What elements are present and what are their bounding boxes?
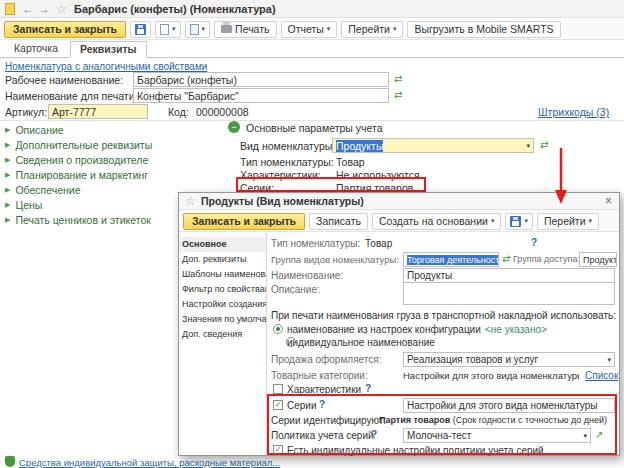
open-icon[interactable]: ↗ <box>595 430 603 440</box>
shield-icon <box>5 456 15 467</box>
similar-items-link[interactable]: Номенклатура с аналогичными свойствами <box>5 61 207 72</box>
dialog-save-close-button[interactable]: Записать и закрыть <box>183 213 305 230</box>
categories-label: Товарные категории: <box>271 370 368 381</box>
dialog-tab-additional-requisites[interactable]: Доп. реквизиты <box>179 252 266 267</box>
sale-combobox[interactable]: Реализация товаров и услуг ▾ <box>403 352 615 367</box>
chevron-right-icon: ▶ <box>5 216 10 224</box>
tab-card[interactable]: Карточка <box>4 40 68 57</box>
chevron-down-icon: ▾ <box>523 142 530 150</box>
kind-label: Вид номенклатуры: <box>240 140 335 152</box>
individual-policy-label: Есть индивидуальные настройки политики у… <box>287 445 544 456</box>
characteristics-value: Не используются <box>336 169 420 181</box>
dialog-tab-additional-info[interactable]: Доп. сведения <box>179 327 266 342</box>
access-group-label: Группа доступа: <box>513 254 580 264</box>
print-name-input[interactable]: Конфеты "Барбарис" <box>133 88 389 103</box>
help-icon[interactable]: ? <box>371 429 377 440</box>
tab-requisites[interactable]: Реквизиты <box>70 41 147 58</box>
favorite-star-icon[interactable]: ☆ <box>56 2 67 16</box>
forward-icon[interactable]: → <box>38 2 50 16</box>
divider <box>0 120 624 121</box>
chevron-right-icon: ▶ <box>5 141 10 149</box>
description-textarea[interactable] <box>403 282 615 305</box>
favorite-star-icon[interactable]: ☆ <box>185 194 196 208</box>
group-value: Торговая деятельность <box>407 255 499 265</box>
dialog-save-button[interactable]: Записать <box>309 213 368 230</box>
policy-label: Политика учета серий <box>271 430 374 441</box>
chevron-down-icon: ▾ <box>604 356 611 364</box>
goto-button[interactable]: Перейти▾ <box>341 21 403 38</box>
back-icon[interactable]: ← <box>22 2 34 16</box>
policy-combobox[interactable]: Молочна-тест ▾ <box>403 428 591 443</box>
dialog-tab-creation-settings[interactable]: Настройки создания <box>179 297 266 312</box>
nav-label: Обеспечение <box>15 184 80 196</box>
dialog-sidebar: Основное Доп. реквизиты Шаблоны наименов… <box>179 233 267 455</box>
radio-individual-label: индивидуальное наименование <box>287 337 435 348</box>
article-value: Арт-7777 <box>52 106 96 118</box>
save-icon <box>510 216 521 227</box>
working-name-input[interactable]: Барбарис (конфеты) <box>133 72 389 87</box>
dialog-goto-button[interactable]: Перейти▾ <box>537 213 599 230</box>
nav-item-planning[interactable]: ▶Планирование и маркетинг <box>5 169 148 181</box>
list-menu-button[interactable]: ▾ <box>185 21 211 38</box>
chevron-down-icon: ▾ <box>589 217 593 225</box>
mobile-smarts-button[interactable]: Выгрузить в Mobile SMARTS <box>407 21 560 38</box>
access-group-value: Продукты <box>583 255 617 265</box>
nav-item-manufacturer[interactable]: ▶Сведения о производителе <box>5 154 148 166</box>
help-icon[interactable]: ? <box>531 237 537 248</box>
dialog-tab-default-values[interactable]: Значения по умолчанию <box>179 312 266 327</box>
swap-icon[interactable]: ⇄ <box>502 254 510 264</box>
print-name-value: Конфеты "Барбарис" <box>137 90 239 102</box>
collapse-section-icon[interactable]: − <box>228 121 240 133</box>
series-checkbox[interactable]: ✓ <box>273 400 283 410</box>
article-input[interactable]: Арт-7777 <box>48 104 148 119</box>
save-button[interactable] <box>130 21 151 38</box>
dialog-tab-name-templates[interactable]: Шаблоны наименований <box>179 267 266 282</box>
dialog-tab-property-filter[interactable]: Фильтр по свойствам <box>179 282 266 297</box>
name-input[interactable]: Продукты <box>403 268 615 283</box>
reports-button[interactable]: Отчеты▾ <box>281 21 338 38</box>
radio-config-name[interactable] <box>273 324 283 334</box>
create-based-button[interactable]: Создать на основании▾ <box>372 213 501 230</box>
chevron-down-icon: ▾ <box>172 25 176 33</box>
nav-item-supply[interactable]: ▶Обеспечение <box>5 184 81 196</box>
barcodes-link[interactable]: Штрихкоды (3) <box>538 106 609 118</box>
print-button[interactable]: Печать <box>214 21 276 38</box>
nav-item-labels[interactable]: ▶Печать ценников и этикеток <box>5 214 151 226</box>
nav-item-description[interactable]: ▶Описание <box>5 124 64 136</box>
save-close-button[interactable]: Записать и закрыть <box>4 21 126 38</box>
nav-item-prices[interactable]: ▶Цены <box>5 199 42 211</box>
characteristics-checkbox[interactable] <box>273 384 283 394</box>
access-group-field[interactable]: Продукты <box>579 252 617 267</box>
kind-combobox[interactable]: Продукты ▾ <box>332 138 534 153</box>
group-combobox[interactable]: Торговая деятельность ▾ <box>403 252 499 267</box>
swap-icon[interactable]: ⇄ <box>394 90 402 100</box>
nav-item-additional-requisites[interactable]: ▶Дополнительные реквизиты <box>5 139 152 151</box>
dialog-save-menu-button[interactable]: ▾ <box>505 213 533 230</box>
help-icon[interactable]: ? <box>319 399 325 410</box>
series-settings-value: Настройки для этого вида номенклатуры <box>407 400 597 411</box>
dlg-group-label: Группа видов номенклатуры: <box>271 254 399 265</box>
characteristics-label: Характеристики: <box>240 169 321 181</box>
print-label: Печать <box>235 23 269 35</box>
params-section-header: Основные параметры учета <box>246 122 383 134</box>
series-ident-value: Партия товаров (Срок годности с точность… <box>379 415 607 425</box>
reports-label: Отчеты <box>288 23 324 35</box>
code-label: Код: <box>168 106 189 118</box>
dialog-tab-main[interactable]: Основное <box>179 237 266 252</box>
series-ident-note: (Срок годности с точностью до дней) <box>453 415 607 425</box>
swap-icon[interactable]: ⇄ <box>394 74 402 84</box>
help-icon[interactable]: ? <box>365 383 371 394</box>
dlg-type-label: Тип номенклатуры: <box>271 238 360 249</box>
footer-link[interactable]: Средства индивидуальной защиты, расходны… <box>19 457 280 468</box>
copy-menu-button[interactable]: ▾ <box>155 21 181 38</box>
not-specified-link[interactable]: <не указано> <box>485 324 547 335</box>
goto-label: Перейти <box>348 23 390 35</box>
chevron-down-icon: ▾ <box>202 25 206 33</box>
categories-list-link[interactable]: Список <box>585 370 618 381</box>
window-titlebar: ← → ☆ Барбарис (конфеты) (Номенклатура) <box>0 0 624 18</box>
close-icon[interactable]: × <box>605 194 612 208</box>
dlg-name-label: Наименование: <box>271 270 343 281</box>
series-settings-field[interactable]: Настройки для этого вида номенклатуры <box>403 398 615 413</box>
item-kind-dialog: ☆ Продукты (Вид номенклатуры) × Записать… <box>178 192 620 456</box>
individual-policy-checkbox[interactable]: ✓ <box>273 445 283 455</box>
